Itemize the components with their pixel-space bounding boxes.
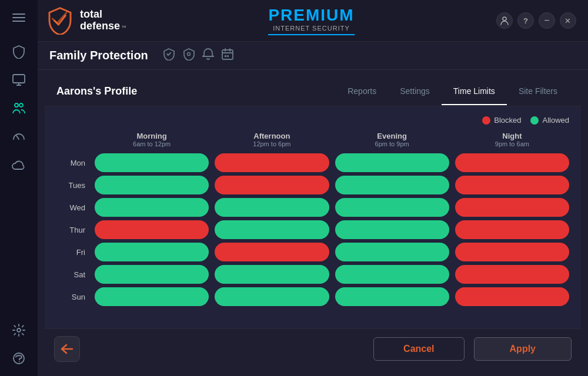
day-label-wed: Wed xyxy=(56,198,89,217)
col-evening: Evening 6pm to 9pm xyxy=(335,132,449,150)
shield-settings-icon[interactable] xyxy=(182,48,195,63)
sidebar-item-support[interactable] xyxy=(7,347,31,370)
top-header: total defense ™ PREMIUM INTERNET SECURIT… xyxy=(38,0,588,42)
premium-area: PREMIUM INTERNET SECURITY xyxy=(268,6,354,35)
col-afternoon: Afternoon 12pm to 6pm xyxy=(215,132,329,150)
premium-label: PREMIUM xyxy=(268,6,354,25)
col-morning: Morning 6am to 12pm xyxy=(95,132,209,150)
profile-header: Aarons's Profile Reports Settings Time L… xyxy=(45,77,581,106)
svg-point-3 xyxy=(17,328,21,332)
cancel-button[interactable]: Cancel xyxy=(373,337,464,361)
time-slot-tues-3[interactable] xyxy=(455,176,569,194)
minimize-button[interactable]: − xyxy=(539,12,555,29)
tab-site-filters[interactable]: Site Filters xyxy=(507,78,569,105)
time-slot-wed-0[interactable] xyxy=(95,198,209,217)
sub-header-icons xyxy=(162,48,234,63)
premium-sub: INTERNET SECURITY xyxy=(268,25,354,32)
time-slot-wed-2[interactable] xyxy=(335,198,449,217)
tab-time-limits[interactable]: Time Limits xyxy=(442,78,507,105)
time-slot-sun-3[interactable] xyxy=(455,287,569,306)
time-grid: Morning 6am to 12pm Afternoon 12pm to 6p… xyxy=(56,132,569,306)
svg-rect-9 xyxy=(225,55,226,57)
time-slot-wed-3[interactable] xyxy=(455,198,569,217)
time-slot-mon-3[interactable] xyxy=(455,153,569,172)
time-slot-sun-1[interactable] xyxy=(215,287,329,306)
shield-check-icon[interactable] xyxy=(162,48,175,63)
time-slot-fri-0[interactable] xyxy=(95,243,209,261)
time-slot-tues-1[interactable] xyxy=(215,176,329,194)
main-content: total defense ™ PREMIUM INTERNET SECURIT… xyxy=(38,0,588,376)
svg-point-2 xyxy=(19,103,23,107)
day-label-tues: Tues xyxy=(56,176,89,194)
close-button[interactable]: ✕ xyxy=(560,12,576,29)
day-label-sat: Sat xyxy=(56,265,89,284)
blocked-dot xyxy=(482,116,490,125)
logo-text: total defense ™ xyxy=(80,9,126,32)
bell-icon[interactable] xyxy=(202,48,214,63)
time-slot-thur-3[interactable] xyxy=(455,220,569,239)
legend-allowed: Allowed xyxy=(530,116,569,125)
logo-tm: ™ xyxy=(121,25,126,31)
back-button[interactable] xyxy=(54,336,80,362)
day-label-thur: Thur xyxy=(56,220,89,239)
time-slot-sun-2[interactable] xyxy=(335,287,449,306)
sidebar-item-cloud[interactable] xyxy=(7,153,31,176)
sidebar xyxy=(0,0,38,376)
allowed-dot xyxy=(530,116,539,125)
sidebar-item-shield[interactable] xyxy=(7,40,31,63)
legend: Blocked Allowed xyxy=(56,116,569,125)
sidebar-item-settings[interactable] xyxy=(7,318,31,342)
sidebar-item-menu[interactable] xyxy=(7,6,31,29)
sidebar-item-family[interactable] xyxy=(7,96,31,120)
window-controls: ? − ✕ xyxy=(496,12,576,29)
time-slot-fri-1[interactable] xyxy=(215,243,329,261)
svg-point-4 xyxy=(14,353,24,364)
user-button[interactable] xyxy=(496,12,513,29)
page-title: Family Protection xyxy=(49,49,148,62)
action-buttons: Cancel Apply xyxy=(373,337,572,361)
tab-reports[interactable]: Reports xyxy=(336,78,388,105)
blocked-label: Blocked xyxy=(494,116,521,125)
help-button[interactable]: ? xyxy=(517,12,534,29)
svg-point-6 xyxy=(503,17,506,21)
profile-tabs: Reports Settings Time Limits Site Filter… xyxy=(336,78,569,105)
profile-name: Aarons's Profile xyxy=(56,77,137,106)
day-label-fri: Fri xyxy=(56,243,89,261)
profile-section: Aarons's Profile Reports Settings Time L… xyxy=(45,77,581,369)
logo-defense: defense xyxy=(80,21,120,32)
time-slot-fri-2[interactable] xyxy=(335,243,449,261)
time-slot-sat-0[interactable] xyxy=(95,265,209,284)
allowed-label: Allowed xyxy=(542,116,569,125)
time-slot-thur-0[interactable] xyxy=(95,220,209,239)
time-slot-thur-1[interactable] xyxy=(215,220,329,239)
legend-blocked: Blocked xyxy=(482,116,521,125)
day-label-mon: Mon xyxy=(56,153,89,172)
apply-button[interactable]: Apply xyxy=(474,337,572,361)
calendar-icon[interactable] xyxy=(221,48,234,63)
tab-settings[interactable]: Settings xyxy=(388,78,442,105)
svg-rect-8 xyxy=(222,50,233,59)
day-label-sun: Sun xyxy=(56,287,89,306)
time-slot-wed-1[interactable] xyxy=(215,198,329,217)
logo-area: total defense ™ xyxy=(47,6,126,35)
time-slot-fri-3[interactable] xyxy=(455,243,569,261)
sub-header: Family Protection xyxy=(38,42,588,70)
time-slot-tues-2[interactable] xyxy=(335,176,449,194)
logo-total: total xyxy=(80,9,102,21)
svg-point-5 xyxy=(19,361,20,362)
col-night: Night 9pm to 6am xyxy=(455,132,569,150)
time-slot-mon-2[interactable] xyxy=(335,153,449,172)
time-slot-tues-0[interactable] xyxy=(95,176,209,194)
grid-content: Blocked Allowed Morning 6am to 12pm Afte… xyxy=(45,106,581,328)
svg-point-7 xyxy=(187,53,190,56)
time-slot-sat-1[interactable] xyxy=(215,265,329,284)
time-slot-sat-3[interactable] xyxy=(455,265,569,284)
sidebar-item-speed[interactable] xyxy=(7,125,31,148)
time-slot-mon-0[interactable] xyxy=(95,153,209,172)
time-slot-sat-2[interactable] xyxy=(335,265,449,284)
svg-rect-10 xyxy=(227,55,229,57)
sidebar-item-monitor[interactable] xyxy=(7,68,31,92)
time-slot-thur-2[interactable] xyxy=(335,220,449,239)
time-slot-mon-1[interactable] xyxy=(215,153,329,172)
time-slot-sun-0[interactable] xyxy=(95,287,209,306)
